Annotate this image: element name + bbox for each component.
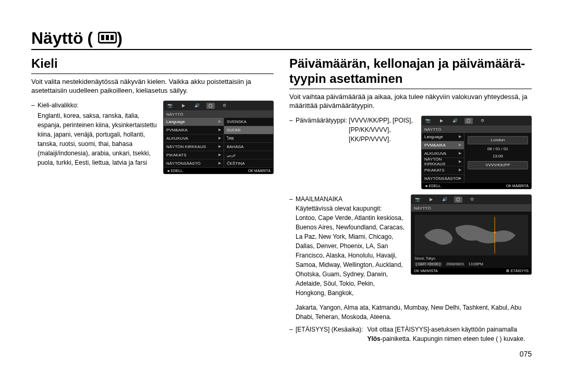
lcd2-row: Language▶: [422, 133, 464, 141]
lcd1-foot-left: ◄ EDELL.: [166, 169, 183, 173]
display-tab-icon: ▢: [206, 103, 215, 109]
cities-wide: Jakarta, Yangon, Alma ata, Katmandu, Mum…: [289, 303, 532, 322]
date-type-v2: [KK/PP/VVVV].: [349, 136, 391, 143]
right-heading: Päivämäärän, kellonajan ja päivämäärä­ty…: [289, 56, 532, 89]
lang-list: Englanti, korea, saksa, ranska, italia, …: [31, 111, 157, 167]
cities-list: Lontoo, Cape Verde, Atlantin keskiosa, B…: [296, 213, 405, 298]
lcd2-val: London: [468, 136, 528, 144]
lcd2-row: NÄYTÖNSÄÄSTÖ▶: [422, 175, 464, 183]
page-number: 075: [31, 350, 532, 358]
world-map-icon: [414, 215, 528, 255]
lcd1-row: PVM&AIKA▶: [164, 126, 224, 134]
lcd2-val: VVVV/KK/PP: [468, 161, 528, 169]
lcd-monitor-icon: [98, 32, 117, 45]
date-type-v0: [VVVV/KK/PP], [POIS],: [349, 117, 413, 124]
lang-subtitle-text: Kieli-alivalikko:: [38, 102, 79, 109]
sound-icon: 🔊: [193, 103, 201, 109]
right-intro: Voit vaihtaa päivämäärää ja aikaa, joka …: [289, 92, 532, 111]
lcd3-foot-right: ❂ ETÄISYYS: [506, 269, 529, 273]
lcd2-row: PVM&AIKA▶: [422, 141, 464, 150]
camera-icon: 📷: [166, 103, 174, 109]
dst-icon: ❂: [506, 269, 509, 273]
date-type-v1: [PP/KK/VVVV],: [349, 126, 391, 133]
lcd2-row: PIKAKATS▶: [422, 166, 464, 175]
lcd3-date: 2008/08/01: [446, 262, 464, 266]
lcd2-header: NÄYTTÖ: [422, 126, 531, 133]
lcd2-row: NÄYTÖN KIRKKAUS▶: [422, 158, 464, 166]
svg-rect-3: [111, 35, 114, 40]
lcd3-header: NÄYTTÖ: [411, 205, 531, 212]
lcd1-opt: SUOMI: [224, 126, 273, 134]
settings-icon: ⚙: [468, 197, 476, 203]
etai-text: Voit ottaa [ETÄISYYS]-asetuksen käyttöön…: [367, 325, 532, 344]
lcd1-opt: SVENSKA: [224, 118, 273, 126]
left-heading: Kieli: [31, 56, 274, 74]
lcd1-row: NÄYTÖN KIRKKAUS▶: [164, 143, 224, 151]
lcd-datetime-menu: 📷 ▶ 🔊 ▢ ⚙ NÄYTTÖ Language▶ PVM&AIKA▶ ALK…: [421, 116, 532, 189]
display-icon-close: ): [117, 29, 123, 48]
settings-icon: ⚙: [220, 103, 228, 109]
lcd1-row: ALKUKUVA▶: [164, 134, 224, 143]
lcd2-val: 08 / 01 / 01: [468, 145, 528, 153]
lcd1-row: NÄYTÖNSÄÄSTÖ▶: [164, 160, 224, 168]
lcd3-city: Seoul, Tokyo: [414, 256, 435, 260]
right-column: Päivämäärän, kellonajan ja päivämäärä­ty…: [289, 56, 532, 344]
svg-point-5: [494, 231, 496, 234]
lcd1-foot-right: OK MÄÄRITÄ: [248, 169, 271, 173]
lcd1-opt: ﻋﺮﺑﻲ: [224, 151, 273, 160]
camera-icon: 📷: [413, 197, 422, 203]
world-label: MAAILMANAIKA: [296, 194, 405, 204]
lcd2-foot-left: ◄ EDELL.: [424, 184, 442, 188]
display-tab-icon: ▢: [454, 197, 462, 203]
display-tab-icon: ▢: [464, 118, 473, 124]
lcd3-time: 13:00PM: [469, 262, 483, 266]
play-icon: ▶: [427, 197, 435, 203]
play-icon: ▶: [179, 103, 188, 109]
lcd1-opt: ไทย: [224, 134, 273, 143]
lang-subtitle: –Kieli-alivalikko:: [31, 101, 157, 110]
lcd2-foot-right: OK MÄÄRITÄ: [506, 184, 529, 188]
page-heading: Näyttö ( ): [31, 29, 532, 50]
sound-icon: 🔊: [451, 118, 459, 124]
lcd2-val: 13:00: [468, 153, 528, 160]
date-type-label: Päivämäärätyyppi:: [296, 117, 347, 124]
play-icon: ▶: [437, 118, 446, 124]
lcd1-row: PIKAKATS▶: [164, 151, 224, 160]
lcd3-gmt: [ GMT +09:00 ]: [414, 262, 442, 266]
camera-icon: 📷: [424, 118, 432, 124]
left-column: Kieli Voit valita nestekidenäytössä näky…: [31, 56, 274, 344]
svg-rect-1: [101, 35, 104, 40]
sound-icon: 🔊: [440, 197, 449, 203]
cities-label: Käytettävissä olevat kaupungit:: [296, 204, 405, 213]
lcd1-row: Language▶: [164, 118, 224, 126]
lcd-language-menu: 📷 ▶ 🔊 ▢ ⚙ NÄYTTÖ Language▶ PVM&AIKA▶ ALK…: [163, 101, 274, 174]
svg-rect-2: [106, 35, 109, 40]
lcd-worldtime: 📷 ▶ 🔊 ▢ ⚙ NÄYTTÖ: [411, 194, 532, 275]
lcd1-header: NÄYTTÖ: [164, 111, 273, 118]
lcd3-foot-left: OK VAHVISTA: [414, 269, 438, 273]
page-title: Näyttö: [31, 29, 83, 48]
settings-icon: ⚙: [478, 118, 486, 124]
etai-label: –[ETÄISYYS] (Kesäaika):: [289, 325, 363, 344]
left-intro: Voit valita nestekidenäytössä näkyvän ki…: [31, 77, 274, 95]
lcd1-opt: ČEŠTINA: [224, 160, 273, 168]
lcd1-opt: BAHASA: [224, 143, 273, 151]
display-icon: (: [88, 29, 93, 48]
